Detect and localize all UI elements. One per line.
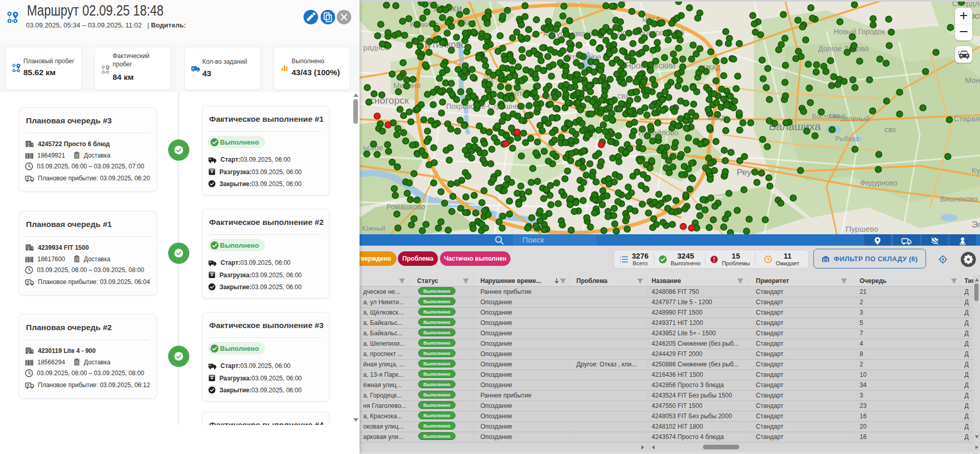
svg-text:Пуршево: Пуршево <box>846 224 878 233</box>
svg-text:2: 2 <box>619 258 621 261</box>
svg-text:Долгое Ледово: Долгое Ледово <box>818 45 868 53</box>
svg-text:СВХ: СВХ <box>885 127 896 133</box>
svg-text:Монино: Монино <box>965 76 980 84</box>
svg-text:Южный: Южный <box>362 224 385 232</box>
svg-text:Рыбхоз: Рыбхоз <box>835 135 858 143</box>
svg-text:Ромашково: Ромашково <box>387 203 425 211</box>
svg-text:Вишняково: Вишняково <box>940 195 978 203</box>
svg-text:СВХ: СВХ <box>829 113 841 119</box>
svg-text:Куд: Куд <box>972 166 980 175</box>
svg-text:Эле: Эле <box>972 220 980 229</box>
svg-text:Старая Купав: Старая Купав <box>954 114 980 123</box>
svg-text:Новый Городок: Новый Городок <box>834 27 886 36</box>
svg-text:3: 3 <box>619 261 621 263</box>
svg-text:1: 1 <box>619 256 621 258</box>
svg-text:Федурново: Федурново <box>860 179 898 187</box>
svg-text:Покровское-Стрешнево: Покровское-Стрешнево <box>446 102 526 110</box>
